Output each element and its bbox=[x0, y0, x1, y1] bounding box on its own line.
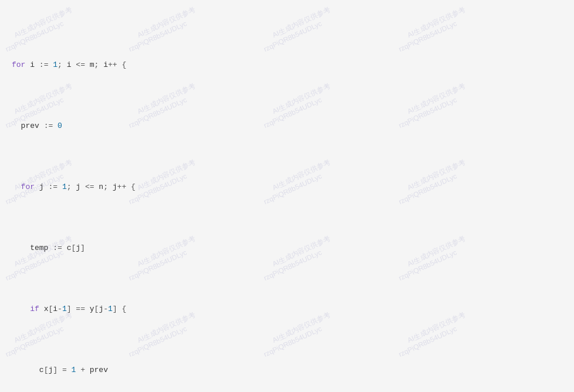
code-line: if x[i-1] == y[j-1] { bbox=[12, 303, 562, 316]
code-area: for i := 1; i <= m; i++ { prev := 0 for … bbox=[12, 6, 562, 392]
code-line: c[j] = 1 + prev bbox=[12, 364, 562, 377]
code-line: for j := 1; j <= n; j++ { bbox=[12, 181, 562, 194]
code-line: for i := 1; i <= m; i++ { bbox=[12, 59, 562, 72]
code-line: prev := 0 bbox=[12, 120, 562, 133]
page-container: AI生成内容仅供参考 rzqPiQR8b54UDLyc AI生成内容仅供参考 r… bbox=[0, 0, 574, 392]
code-block: for i := 1; i <= m; i++ { prev := 0 for … bbox=[12, 11, 562, 392]
code-line: temp := c[j] bbox=[12, 242, 562, 255]
